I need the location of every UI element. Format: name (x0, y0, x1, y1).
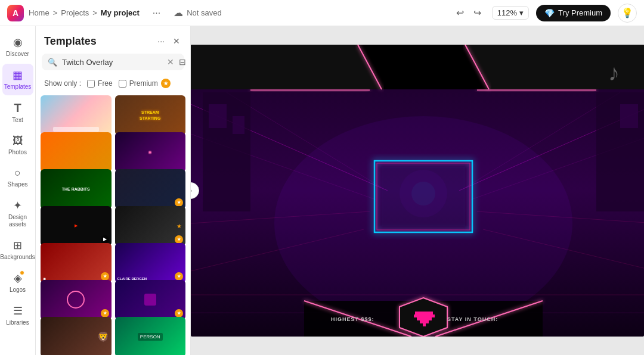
breadcrumb-sep1: > (53, 8, 58, 17)
svg-rect-55 (420, 317, 423, 320)
search-clear-button[interactable]: ✕ (167, 57, 174, 67)
zoom-button[interactable]: 112% ▾ (492, 6, 529, 20)
save-status-text: Not saved (187, 8, 222, 17)
sidebar-item-logos[interactable]: ◈ Logos (2, 267, 33, 298)
sidebar-item-label-templates: Templates (4, 83, 32, 91)
premium-icon: ★ (175, 272, 183, 281)
svg-rect-57 (426, 317, 429, 320)
canvas-preview: ♪ (191, 45, 644, 337)
template-card[interactable]: CLAIRE BERGEN ★ (115, 243, 186, 283)
sidebar-item-shapes[interactable]: ○ Shapes (2, 162, 33, 193)
breadcrumb-sep2: > (92, 8, 97, 17)
sidebar-item-libraries[interactable]: ☰ Libraries (2, 300, 33, 331)
svg-rect-62 (423, 323, 426, 326)
svg-rect-56 (423, 317, 426, 320)
svg-rect-54 (417, 317, 420, 320)
search-filter-button[interactable]: ⊟ (179, 57, 186, 67)
template-card[interactable] (41, 95, 112, 135)
search-input[interactable] (62, 58, 162, 67)
undo-button[interactable]: ↩ (453, 5, 467, 21)
svg-rect-44 (424, 312, 427, 314)
filter-label: Show only : (44, 79, 81, 88)
filter-row: Show only : Free Premium ★ (36, 76, 190, 93)
breadcrumb-home[interactable]: Home (29, 8, 49, 17)
svg-marker-3 (191, 45, 382, 89)
template-card[interactable]: ★ ★ (115, 206, 186, 246)
svg-rect-33 (620, 104, 638, 128)
template-card[interactable] (41, 132, 112, 172)
template-card[interactable]: 🦁 (41, 317, 112, 355)
zoom-chevron-icon: ▾ (519, 8, 524, 17)
template-thumb (41, 95, 112, 135)
panel-header: Templates ··· ✕ (36, 26, 190, 54)
panel-header-actions: ··· ✕ (156, 35, 182, 48)
more-options-button[interactable]: ··· (149, 7, 164, 20)
redo-button[interactable]: ↪ (470, 5, 485, 21)
svg-text:HIGHEST $$$:: HIGHEST $$$: (331, 316, 374, 322)
svg-point-68 (411, 182, 435, 205)
try-premium-button[interactable]: 💎 Try Premium (536, 5, 611, 21)
text-icon: T (14, 101, 21, 115)
libraries-icon: ☰ (13, 304, 23, 317)
premium-checkbox[interactable] (119, 80, 126, 88)
svg-rect-30 (209, 104, 227, 128)
sidebar-item-label-photos: Photos (8, 149, 27, 156)
svg-rect-43 (421, 312, 424, 314)
panel-more-button[interactable]: ··· (156, 35, 166, 48)
breadcrumb: Home > Projects > My project (29, 8, 140, 17)
sidebar-item-text[interactable]: T Text (2, 96, 33, 129)
sidebar-item-photos[interactable]: 🖼 Photos (2, 130, 33, 161)
template-card[interactable]: STREAM STARTING (115, 95, 186, 135)
svg-rect-50 (423, 314, 426, 317)
sidebar-item-backgrounds[interactable]: ⊞ Backgrounds (2, 234, 33, 266)
templates-panel: Templates ··· ✕ 🔍 ✕ ⊟ Show only : Free P… (36, 26, 191, 355)
template-card[interactable]: THE RABBITS (41, 169, 112, 209)
premium-filter-label[interactable]: Premium ★ (119, 79, 171, 88)
template-card[interactable]: ▶ ▶ (41, 206, 112, 246)
breadcrumb-projects[interactable]: Projects (61, 8, 89, 17)
sidebar-item-design-assets[interactable]: ✦ Design assets (2, 194, 33, 233)
svg-rect-52 (429, 314, 432, 317)
free-filter-label[interactable]: Free (87, 79, 113, 88)
svg-rect-61 (426, 320, 429, 323)
template-card[interactable]: PERSON (115, 317, 186, 355)
template-card[interactable]: ◉ ★ (41, 243, 112, 283)
premium-icon: ★ (175, 198, 183, 207)
svg-rect-59 (420, 320, 423, 323)
templates-icon: ▦ (13, 68, 23, 82)
logos-badge (20, 270, 24, 275)
svg-rect-31 (233, 116, 244, 134)
premium-icon: ★ (101, 309, 109, 317)
app-logo[interactable]: A (7, 5, 24, 21)
template-card[interactable]: ★ (41, 280, 112, 320)
sidebar-item-templates[interactable]: ▦ Templates (2, 64, 33, 95)
zoom-level: 112% (497, 8, 517, 17)
play-icon: ▶ (101, 235, 109, 244)
svg-rect-41 (415, 312, 418, 314)
template-card[interactable]: ★ (115, 169, 186, 209)
svg-text:♪: ♪ (608, 60, 620, 85)
gem-icon: 💎 (544, 8, 555, 18)
shapes-icon: ○ (14, 167, 21, 179)
sidebar-item-discover[interactable]: ◉ Discover (2, 31, 33, 63)
free-label-text: Free (98, 79, 113, 88)
premium-label-text: Premium (129, 79, 158, 88)
lightbulb-button[interactable]: 💡 (618, 4, 637, 23)
panel-title: Templates (44, 35, 97, 48)
sidebar-item-label-design-assets: Design assets (6, 214, 30, 228)
svg-rect-42 (418, 312, 421, 314)
template-card[interactable]: ★ (115, 280, 186, 320)
panel-close-button[interactable]: ✕ (171, 35, 182, 48)
svg-rect-53 (432, 314, 435, 317)
template-card[interactable]: ◉ (115, 132, 186, 172)
topbar-middle: ··· ☁ Not saved (149, 7, 222, 20)
sidebar-item-label-text: Text (12, 117, 23, 124)
svg-text:STAY IN TOUCH:: STAY IN TOUCH: (447, 316, 498, 322)
canvas-area[interactable]: › (191, 26, 644, 355)
premium-badge-icon: ★ (161, 79, 171, 88)
premium-icon: ★ (101, 272, 109, 281)
svg-rect-46 (430, 312, 433, 314)
free-checkbox[interactable] (87, 80, 95, 88)
breadcrumb-current: My project (101, 8, 140, 17)
save-status: ☁ Not saved (174, 7, 222, 18)
